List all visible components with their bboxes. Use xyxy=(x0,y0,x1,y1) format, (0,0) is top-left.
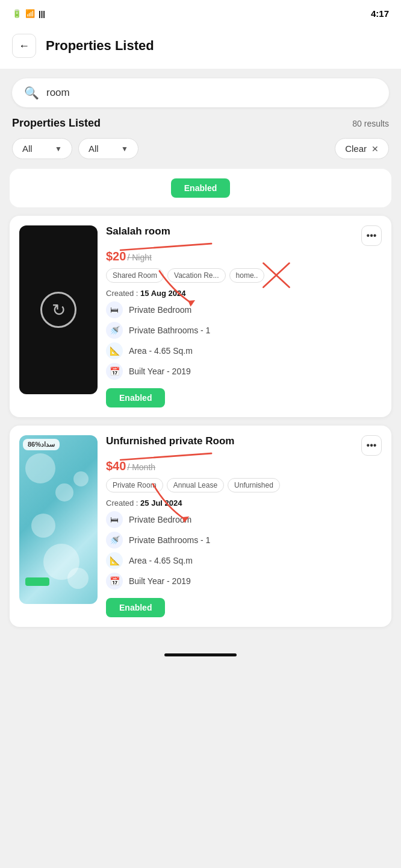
clear-label: Clear xyxy=(345,143,367,154)
detail-text-1-3: Built Year - 2019 xyxy=(129,366,191,376)
detail-row-2-1: 🚿 Private Bathrooms - 1 xyxy=(106,532,382,549)
search-container: 🔍 xyxy=(0,69,401,117)
home-indicator xyxy=(164,653,237,656)
card-image-1: ↻ xyxy=(19,225,98,394)
filter1-label: All xyxy=(22,143,33,154)
tag-1-1: Vacation Re... xyxy=(167,268,225,283)
calendar-icon-1: 📅 xyxy=(106,363,123,380)
property-card-2: 86%سداد Unfurnished private Room ••• $40… xyxy=(10,426,391,627)
price-period-1: / Night xyxy=(127,253,151,262)
card-content-1: Salalah room ••• $20/ Night Shared Room … xyxy=(106,225,382,407)
detail-row-2-3: 📅 Built Year - 2019 xyxy=(106,573,382,590)
signal-icon: ||| xyxy=(39,9,45,18)
filter-section: Properties Listed 80 results All ▼ All ▼… xyxy=(0,117,401,169)
tags-row-1: Shared Room Vacation Re... home.. xyxy=(106,268,382,283)
card-title-2: Unfurnished private Room xyxy=(106,435,234,447)
filter-enabled-card: Enabled xyxy=(10,169,391,207)
wifi-icon: 📶 xyxy=(25,9,35,18)
clear-button[interactable]: Clear ✕ xyxy=(335,138,389,159)
tag-1-2: home.. xyxy=(229,268,265,283)
more-options-button-1[interactable]: ••• xyxy=(361,225,382,246)
price-value-1: $20 xyxy=(106,250,126,263)
battery-icon: 🔋 xyxy=(12,9,22,18)
filter2-label: All xyxy=(89,143,99,154)
card-image-2: 86%سداد xyxy=(19,435,98,604)
properties-label: Properties Listed xyxy=(12,117,101,130)
search-bar: 🔍 xyxy=(12,78,389,107)
green-progress-bar-2 xyxy=(25,577,49,586)
bathroom-icon-1: 🚿 xyxy=(106,322,123,339)
calendar-icon-2: 📅 xyxy=(106,573,123,590)
detail-row-1-3: 📅 Built Year - 2019 xyxy=(106,363,382,380)
detail-row-1-1: 🚿 Private Bathrooms - 1 xyxy=(106,322,382,339)
detail-text-1-2: Area - 4.65 Sq.m xyxy=(129,346,193,356)
filter-dropdown-1[interactable]: All ▼ xyxy=(12,138,72,159)
tag-1-0: Shared Room xyxy=(106,268,164,283)
filter-dropdown-2[interactable]: All ▼ xyxy=(78,138,138,159)
bedroom-icon-1: 🛏 xyxy=(106,301,123,318)
card-content-2: Unfurnished private Room ••• $40/ Month … xyxy=(106,435,382,617)
detail-text-2-3: Built Year - 2019 xyxy=(129,576,191,586)
properties-header: Properties Listed 80 results xyxy=(12,117,389,130)
chevron-down-icon-1: ▼ xyxy=(55,145,62,153)
detail-text-2-0: Private Bedroom xyxy=(129,515,191,524)
property-card-1: ↻ Salalah room ••• $20/ Night Shared Roo… xyxy=(10,216,391,417)
search-input[interactable] xyxy=(46,87,377,99)
area-icon-2: 📐 xyxy=(106,552,123,569)
cards-area: Enabled ↻ Salalah room ••• $20/ Night Sh… xyxy=(0,169,401,647)
chevron-down-icon-2: ▼ xyxy=(121,145,128,153)
bedroom-icon-2: 🛏 xyxy=(106,511,123,528)
price-value-2: $40 xyxy=(106,459,126,473)
more-options-button-2[interactable]: ••• xyxy=(361,435,382,456)
card-footer-1: Enabled xyxy=(106,388,382,407)
page-title: Properties Listed xyxy=(46,38,154,54)
created-date-2: 25 Jul 2024 xyxy=(140,498,182,508)
enabled-badge-filter: Enabled xyxy=(171,178,230,198)
created-row-1: Created : 15 Aug 2024 xyxy=(106,289,382,298)
detail-row-1-0: 🛏 Private Bedroom xyxy=(106,301,382,318)
enabled-badge-1: Enabled xyxy=(106,388,165,407)
tag-2-1: Annual Lease xyxy=(167,478,224,492)
photo-overlay-2: 86%سداد xyxy=(23,439,60,450)
filter-row: All ▼ All ▼ Clear ✕ xyxy=(12,138,389,159)
area-icon-1: 📐 xyxy=(106,342,123,359)
status-left-icons: 🔋 📶 ||| xyxy=(12,9,45,18)
status-time: 4:17 xyxy=(371,8,389,19)
card-title-1: Salalah room xyxy=(106,225,170,237)
tag-2-2: Unfurnished xyxy=(228,478,280,492)
close-icon: ✕ xyxy=(371,144,379,154)
price-period-2: / Month xyxy=(127,462,155,472)
created-row-2: Created : 25 Jul 2024 xyxy=(106,498,382,508)
detail-row-2-2: 📐 Area - 4.65 Sq.m xyxy=(106,552,382,569)
tag-2-0: Private Room xyxy=(106,478,163,492)
tags-row-2: Private Room Annual Lease Unfurnished xyxy=(106,478,382,492)
results-count: 80 results xyxy=(352,119,389,128)
detail-row-2-0: 🛏 Private Bedroom xyxy=(106,511,382,528)
enabled-badge-2: Enabled xyxy=(106,598,165,617)
header: ← Properties Listed xyxy=(0,27,401,69)
card-footer-2: Enabled xyxy=(106,598,382,617)
search-icon: 🔍 xyxy=(24,86,39,100)
detail-text-1-1: Private Bathrooms - 1 xyxy=(129,326,210,335)
created-date-1: 15 Aug 2024 xyxy=(140,289,185,298)
detail-text-1-0: Private Bedroom xyxy=(129,305,191,315)
card-price-2: $40/ Month xyxy=(106,459,382,473)
card-price-1: $20/ Night xyxy=(106,250,382,263)
refresh-icon: ↻ xyxy=(40,292,76,328)
status-bar: 🔋 📶 ||| 4:17 xyxy=(0,0,401,27)
back-button[interactable]: ← xyxy=(12,34,36,58)
detail-text-2-2: Area - 4.65 Sq.m xyxy=(129,556,193,565)
detail-text-2-1: Private Bathrooms - 1 xyxy=(129,535,210,545)
detail-row-1-2: 📐 Area - 4.65 Sq.m xyxy=(106,342,382,359)
bathroom-icon-2: 🚿 xyxy=(106,532,123,549)
